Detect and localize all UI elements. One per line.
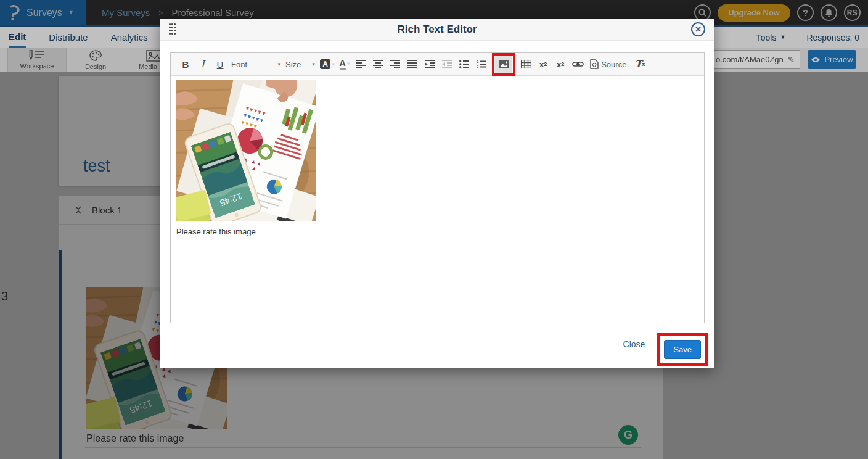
image-button-highlight bbox=[492, 53, 515, 76]
font-dropdown[interactable]: Font ▾ bbox=[231, 56, 280, 72]
app-window: Surveys ▼ My Surveys > Professional Surv… bbox=[0, 0, 868, 459]
preview-label: Preview bbox=[824, 55, 853, 64]
italic-button[interactable]: I bbox=[195, 56, 211, 73]
align-left-icon bbox=[356, 60, 366, 68]
ribbon-item-design[interactable]: Design bbox=[67, 48, 125, 72]
tab-analytics[interactable]: Analytics bbox=[111, 27, 148, 48]
proprofs-logo-icon bbox=[8, 5, 20, 21]
size-label: Size bbox=[285, 60, 301, 69]
content-text[interactable]: Please rate this image bbox=[176, 227, 698, 236]
align-left-button[interactable] bbox=[353, 56, 369, 73]
modal-header: Rich Text Editor ✕ bbox=[160, 19, 714, 41]
breadcrumb-my-surveys[interactable]: My Surveys bbox=[102, 7, 150, 18]
tools-menu[interactable]: Tools ▼ bbox=[756, 33, 786, 43]
numbered-list-icon: 12 bbox=[477, 60, 486, 68]
chevron-down-icon: ▼ bbox=[68, 10, 74, 15]
content-image[interactable] bbox=[176, 80, 316, 221]
outdent-button bbox=[440, 56, 455, 73]
question-text: Please rate this image bbox=[86, 433, 184, 444]
collapse-block-icon[interactable] bbox=[75, 206, 81, 214]
underline-button[interactable]: U bbox=[213, 56, 228, 73]
remove-format-button[interactable]: Tx bbox=[633, 56, 648, 73]
edit-url-pencil-icon[interactable]: ✎ bbox=[788, 55, 795, 64]
chevron-down-icon: ▼ bbox=[780, 35, 785, 40]
editor-content[interactable]: Please rate this image bbox=[171, 76, 704, 323]
product-name: Surveys bbox=[27, 7, 62, 19]
rte-toolbar: B I U Font ▾ Size ▾ A ▾ A ▾ bbox=[171, 53, 704, 76]
bold-button[interactable]: B bbox=[178, 56, 194, 73]
eye-icon bbox=[811, 57, 821, 63]
superscript-button[interactable]: x2 bbox=[553, 56, 568, 73]
ribbon-item-workspace[interactable]: Workspace bbox=[7, 48, 67, 72]
breadcrumb-current-survey: Professional Survey bbox=[171, 7, 253, 18]
link-icon bbox=[572, 60, 584, 68]
indent-button[interactable] bbox=[422, 56, 438, 73]
svg-text:1: 1 bbox=[477, 60, 479, 64]
save-button-highlight: Save bbox=[657, 333, 708, 366]
responses-count: Responses: 0 bbox=[806, 33, 859, 43]
help-button[interactable]: ? bbox=[797, 4, 814, 21]
indent-icon bbox=[425, 60, 435, 68]
align-right-button[interactable] bbox=[388, 56, 403, 73]
text-color-icon: A bbox=[340, 59, 346, 70]
superscript-digit: 2 bbox=[561, 61, 564, 67]
bell-icon bbox=[825, 9, 833, 17]
font-label: Font bbox=[231, 60, 247, 69]
background-color-icon: A bbox=[320, 59, 330, 69]
rich-text-editor: B I U Font ▾ Size ▾ A ▾ A ▾ bbox=[170, 52, 705, 323]
ribbon-label: Workspace bbox=[20, 62, 54, 70]
close-button[interactable]: Close bbox=[623, 339, 645, 349]
help-glyph: ? bbox=[803, 8, 808, 18]
tools-label: Tools bbox=[756, 33, 777, 43]
text-color-button[interactable]: A ▾ bbox=[340, 59, 350, 70]
justify-button[interactable] bbox=[405, 56, 420, 73]
align-center-icon bbox=[373, 60, 383, 68]
workspace-icon bbox=[29, 50, 45, 61]
subscript-glyph: x bbox=[539, 60, 544, 69]
source-label: Source bbox=[601, 60, 626, 69]
preview-button[interactable]: Preview bbox=[808, 50, 856, 69]
chevron-down-icon: ▾ bbox=[332, 62, 335, 67]
justify-icon bbox=[407, 60, 417, 68]
survey-title-text[interactable]: test bbox=[83, 157, 110, 176]
chevron-down-icon: ▾ bbox=[277, 62, 280, 67]
chevron-down-icon: ▾ bbox=[312, 62, 315, 67]
image-icon bbox=[499, 60, 509, 68]
close-icon[interactable]: ✕ bbox=[691, 22, 705, 36]
question-number: 3 bbox=[1, 289, 8, 304]
modal-footer: Close Save bbox=[623, 333, 708, 366]
background-color-button[interactable]: A ▾ bbox=[320, 59, 335, 69]
upgrade-now-button[interactable]: Upgrade Now bbox=[718, 4, 790, 22]
share-url-field[interactable]: o.com/t/AMae0Zgn ✎ bbox=[710, 50, 800, 69]
svg-text:2: 2 bbox=[477, 65, 479, 68]
insert-table-button[interactable] bbox=[518, 56, 534, 73]
tab-distribute[interactable]: Distribute bbox=[49, 27, 88, 48]
product-switcher[interactable]: Surveys ▼ bbox=[0, 0, 86, 25]
save-button[interactable]: Save bbox=[664, 340, 701, 359]
user-avatar[interactable]: RS bbox=[844, 4, 861, 21]
chevron-down-icon: ▾ bbox=[347, 61, 350, 67]
align-center-button[interactable] bbox=[371, 56, 386, 73]
bullet-list-icon bbox=[459, 60, 469, 68]
subscript-button[interactable]: x2 bbox=[536, 56, 551, 73]
insert-image-button[interactable] bbox=[495, 56, 512, 73]
tab-edit[interactable]: Edit bbox=[9, 27, 26, 48]
source-button[interactable]: Source bbox=[590, 56, 626, 73]
bullet-list-button[interactable] bbox=[457, 56, 472, 73]
source-icon bbox=[590, 59, 599, 69]
remove-format-sub: x bbox=[642, 61, 645, 67]
insert-link-button[interactable] bbox=[570, 56, 586, 73]
numbered-list-button[interactable]: 12 bbox=[474, 56, 489, 73]
subscript-digit: 2 bbox=[544, 61, 547, 67]
divider bbox=[85, 447, 641, 448]
remove-format-glyph: T bbox=[635, 59, 642, 70]
align-right-icon bbox=[390, 60, 400, 68]
media-library-icon bbox=[146, 50, 161, 62]
size-dropdown[interactable]: Size ▾ bbox=[285, 56, 315, 72]
share-url-text: o.com/t/AMae0Zgn bbox=[716, 55, 784, 64]
grammarly-icon[interactable]: G bbox=[618, 425, 638, 445]
modal-title: Rich Text Editor bbox=[160, 19, 714, 41]
notifications-button[interactable] bbox=[821, 4, 837, 21]
search-icon bbox=[698, 9, 706, 17]
breadcrumb-separator: > bbox=[158, 9, 163, 17]
